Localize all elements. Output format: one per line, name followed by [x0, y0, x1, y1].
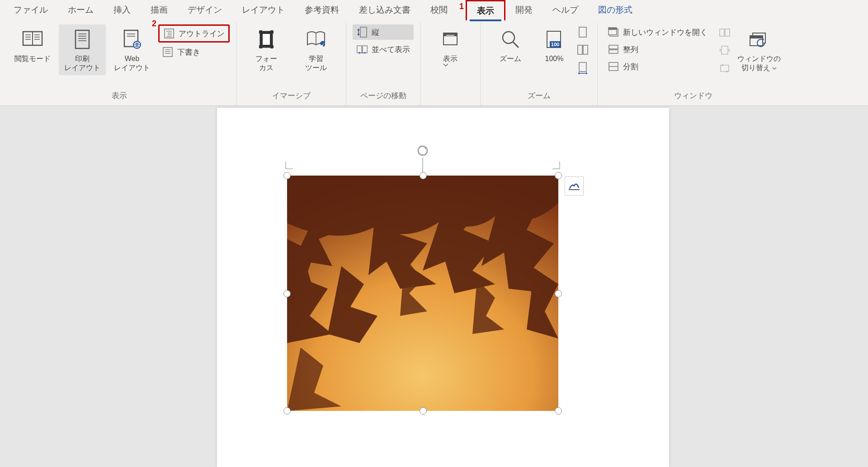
learning-tools-button[interactable]: 学習 ツール: [292, 24, 340, 75]
resize-handle-bl[interactable]: [283, 407, 291, 415]
side-by-side-icon: [356, 43, 368, 55]
page-width-button[interactable]: [575, 61, 591, 76]
reading-mode-icon: [22, 27, 43, 52]
document-page[interactable]: [217, 108, 669, 467]
svg-rect-32: [363, 46, 367, 53]
one-page-button[interactable]: [575, 24, 591, 40]
ribbon-tabs: ファイル ホーム 挿入 描画 デザイン レイアウト 参考資料 差し込み文書 校閲…: [0, 0, 868, 20]
tab-insert[interactable]: 挿入: [104, 0, 141, 19]
rotate-handle-icon: [416, 144, 429, 157]
focus-button[interactable]: フォー カス: [243, 24, 290, 75]
annotation-1: 1: [459, 2, 464, 11]
new-window-icon: [608, 26, 619, 38]
svg-rect-31: [357, 46, 362, 53]
selected-image[interactable]: [287, 176, 558, 411]
resize-handle-r[interactable]: [555, 290, 562, 297]
group-immersive: フォー カス 学習 ツール イマーシブ: [236, 23, 346, 105]
tab-home[interactable]: ホーム: [58, 0, 104, 19]
multi-page-button[interactable]: [575, 43, 591, 58]
tab-developer[interactable]: 開発: [505, 0, 542, 19]
reset-window-icon: [719, 63, 731, 73]
vertical-label: 縦: [372, 27, 379, 38]
group-zoom-label: ズーム: [528, 88, 551, 105]
print-layout-button[interactable]: 印刷 レイアウト: [59, 24, 106, 75]
rotate-handle[interactable]: [416, 144, 429, 173]
web-layout-label: Web レイアウト: [114, 54, 150, 72]
tab-view[interactable]: 表示: [466, 0, 505, 20]
crop-mark-tl: [285, 161, 293, 169]
svg-rect-43: [583, 45, 588, 54]
show-dropdown[interactable]: 表示: [427, 24, 474, 70]
draft-button[interactable]: 下書き: [158, 44, 230, 60]
group-zoom: ズーム 100 100% ズーム: [481, 23, 598, 105]
resize-handle-tr[interactable]: [555, 172, 562, 179]
show-icon: [442, 27, 459, 52]
tab-design[interactable]: デザイン: [178, 0, 232, 19]
new-window-button[interactable]: 新しいウィンドウを開く: [604, 24, 711, 40]
tab-references[interactable]: 参考資料: [295, 0, 349, 19]
svg-rect-42: [578, 45, 582, 54]
resize-handle-b[interactable]: [420, 407, 427, 415]
vertical-button[interactable]: 縦: [353, 24, 414, 40]
split-icon: [608, 61, 619, 72]
switch-windows-button[interactable]: ウィンドウの 切り替え: [736, 24, 783, 75]
chevron-down-icon: [772, 67, 777, 70]
side-by-side-label: 並べて表示: [372, 44, 410, 55]
resize-handle-tl[interactable]: [283, 172, 291, 179]
resize-handle-l[interactable]: [283, 290, 291, 297]
print-layout-label: 印刷 レイアウト: [64, 54, 100, 72]
tab-review[interactable]: 校閲: [420, 0, 458, 19]
web-layout-icon: [123, 27, 142, 52]
outline-button[interactable]: アウトライン: [158, 24, 230, 43]
reading-mode-label: 閲覧モード: [14, 54, 51, 63]
arrange-all-button[interactable]: 整列: [604, 42, 711, 57]
layout-options-button[interactable]: [565, 176, 584, 195]
split-button[interactable]: 分割: [604, 59, 711, 74]
image-content: [287, 176, 558, 411]
web-layout-button[interactable]: Web レイアウト: [108, 24, 156, 75]
sync-scroll-icon: [719, 45, 731, 55]
learning-tools-icon: [306, 27, 326, 52]
layout-options-icon: [568, 181, 580, 191]
chevron-down-icon: [443, 63, 448, 67]
show-label: 表示: [443, 54, 458, 67]
focus-icon: [257, 27, 275, 52]
svg-line-37: [513, 42, 519, 48]
tab-file[interactable]: ファイル: [4, 0, 58, 19]
tab-help[interactable]: ヘルプ: [542, 0, 588, 19]
resize-handle-t[interactable]: [420, 172, 427, 179]
group-show-label: [449, 88, 452, 104]
svg-rect-49: [609, 50, 618, 53]
group-window: 新しいウィンドウを開く 整列 分割: [598, 23, 789, 105]
tab-draw[interactable]: 描画: [141, 0, 178, 19]
tab-picture-format[interactable]: 図の形式: [588, 0, 642, 19]
reading-mode-button[interactable]: 閲覧モード: [9, 24, 56, 66]
annotation-2: 2: [152, 19, 156, 29]
group-page-movement-label: ページの移動: [360, 88, 406, 105]
outline-label: アウトライン: [179, 29, 225, 39]
group-views: 閲覧モード 印刷 レイアウト Web レイアウト 2: [3, 23, 236, 105]
multi-page-icon: [577, 44, 589, 56]
tab-layout[interactable]: レイアウト: [232, 0, 295, 19]
tab-mailings[interactable]: 差し込み文書: [349, 0, 420, 19]
ribbon: ファイル ホーム 挿入 描画 デザイン レイアウト 参考資料 差し込み文書 校閲…: [0, 0, 868, 106]
zoom-button[interactable]: ズーム: [487, 24, 534, 66]
view-side-by-side-button[interactable]: [717, 24, 733, 40]
crop-mark-tr: [552, 161, 560, 169]
hundred-percent-button[interactable]: 100 100%: [537, 24, 572, 66]
new-window-label: 新しいウィンドウを開く: [623, 27, 708, 38]
svg-rect-52: [720, 29, 724, 36]
split-label: 分割: [623, 62, 638, 72]
side-by-side-button[interactable]: 並べて表示: [353, 42, 414, 57]
svg-rect-48: [609, 45, 618, 49]
svg-rect-53: [725, 29, 730, 36]
group-show: 表示: [420, 23, 481, 105]
svg-rect-54: [722, 46, 728, 54]
sync-scroll-button[interactable]: [717, 43, 733, 58]
group-page-movement: 縦 並べて表示 ページの移動: [346, 23, 420, 105]
resize-handle-br[interactable]: [555, 407, 562, 415]
switch-windows-icon: [748, 27, 770, 52]
svg-rect-30: [360, 27, 367, 37]
reset-window-button[interactable]: [717, 61, 733, 76]
group-window-label: ウィンドウ: [674, 88, 712, 105]
